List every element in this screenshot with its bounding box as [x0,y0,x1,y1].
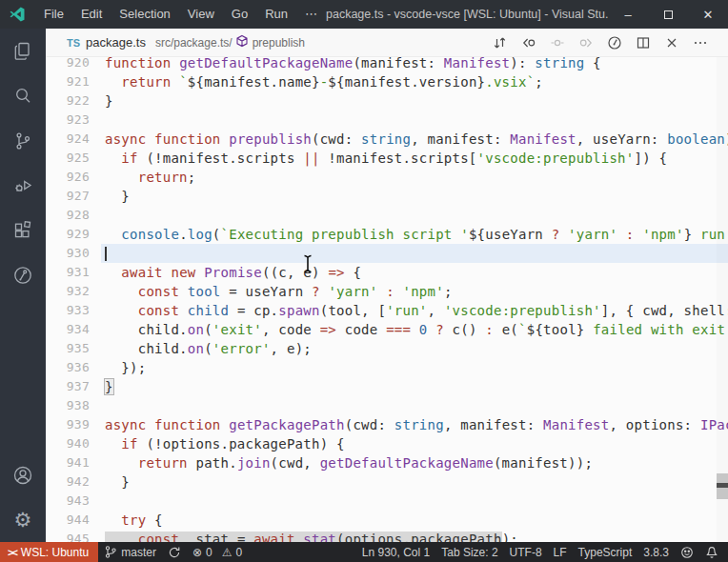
go-back-button[interactable] [515,30,543,55]
line-text[interactable]: return; [101,168,728,187]
tab-package-ts[interactable]: package.ts [86,35,146,50]
activity-extensions[interactable] [0,208,46,252]
line-text[interactable]: } [101,187,728,206]
line-text[interactable] [101,206,728,225]
line-text[interactable] [101,396,728,415]
eol-item[interactable]: LF [548,542,573,562]
run-code-button[interactable] [600,30,629,55]
activity-accounts[interactable] [0,452,46,497]
line-number[interactable]: 941 [46,453,101,472]
line-number[interactable]: 929 [46,225,101,244]
problems-item[interactable]: ⊗ 0 ⚠ 0 [187,542,248,562]
notifications-button[interactable] [699,542,724,562]
line-text[interactable]: }); [101,358,728,377]
line-text[interactable]: } [101,91,728,110]
open-changes-button[interactable] [486,30,515,55]
line-text[interactable] [101,492,728,511]
line-number[interactable]: 930 [46,244,101,263]
line-number[interactable]: 937 [46,377,101,396]
line-number[interactable]: 928 [46,206,101,225]
line-number[interactable]: 921 [46,72,101,91]
window-controls: – ✕ [608,0,728,29]
line-number[interactable]: 932 [46,282,101,301]
close-editor-icon [664,35,679,50]
line-text[interactable]: async function prepublish(cwd: string, m… [101,130,728,149]
line-number[interactable]: 938 [46,396,101,415]
remote-indicator[interactable]: >< WSL: Ubuntu [0,542,98,562]
menu-run[interactable]: Run [256,0,296,29]
line-number[interactable]: 927 [46,187,101,206]
line-text[interactable]: } [101,377,728,396]
close-editor-button[interactable] [657,30,686,55]
language-mode-item[interactable]: TypeScript [573,542,638,562]
line-text[interactable]: try { [101,511,728,530]
menu-more[interactable]: ⋯ [296,0,326,29]
line-number[interactable]: 925 [46,149,101,168]
line-number[interactable]: 943 [46,492,101,511]
breadcrumb-path[interactable]: src/package.ts/ [155,36,233,50]
line-text[interactable]: const _stat = await stat(options.package… [101,530,728,542]
line-number[interactable]: 940 [46,434,101,453]
line-number[interactable]: 942 [46,472,101,492]
line-text[interactable]: await new Promise((c, e) => { [101,263,728,282]
remote-icon: >< [8,546,16,557]
feedback-button[interactable] [675,542,699,562]
line-number[interactable]: 920 [46,57,101,72]
line-number[interactable]: 944 [46,511,101,530]
line-number[interactable]: 922 [46,91,101,110]
line-number[interactable]: 933 [46,301,101,320]
menu-go[interactable]: Go [223,0,256,29]
typescript-version-item[interactable]: 3.8.3 [637,542,675,562]
indentation-item[interactable]: Tab Size: 2 [435,542,503,562]
code-line-925: 925 if (!manifest.scripts || !manifest.s… [46,149,728,168]
sync-changes-button[interactable] [162,542,187,562]
line-text[interactable] [101,244,728,263]
line-text[interactable]: child.on('exit', code => code === 0 ? c(… [101,320,728,339]
line-number[interactable]: 935 [46,339,101,358]
menu-view[interactable]: View [179,0,223,29]
activity-run-and-debug[interactable] [0,163,46,208]
minimize-button[interactable]: – [608,0,648,29]
activity-remote-explorer[interactable] [0,252,46,297]
cursor-position-item[interactable]: Ln 930, Col 1 [356,542,435,562]
close-button[interactable]: ✕ [688,0,728,29]
maximize-button[interactable] [648,0,688,29]
line-text[interactable]: child.on('error', e); [101,339,728,358]
line-text[interactable] [101,110,728,130]
split-editor-icon [636,35,651,50]
line-number[interactable]: 934 [46,320,101,339]
activity-search[interactable] [0,73,46,118]
line-text[interactable]: if (!manifest.scripts || !manifest.scrip… [101,149,728,168]
line-number[interactable]: 931 [46,263,101,282]
line-text[interactable]: function getDefaultPackageName(manifest:… [101,57,728,72]
line-number[interactable]: 924 [46,130,101,149]
split-editor-button[interactable] [629,30,657,55]
activity-settings[interactable]: ⚙ [0,497,46,542]
line-text[interactable]: const tool = useYarn ? 'yarn' : 'npm'; [101,282,728,301]
line-number[interactable]: 926 [46,168,101,187]
line-text[interactable]: return `${manifest.name}-${manifest.vers… [101,72,728,91]
activity-source-control[interactable] [0,118,46,163]
line-number[interactable]: 936 [46,358,101,377]
line-number[interactable]: 939 [46,415,101,434]
line-text[interactable]: return path.join(cwd, getDefaultPackageN… [101,453,728,472]
menu-file[interactable]: File [35,0,72,29]
more-actions-button[interactable] [686,30,715,55]
line-number[interactable]: 923 [46,110,101,130]
encoding-item[interactable]: UTF-8 [504,542,548,562]
code-editor[interactable]: 920function getDefaultPackageName(manife… [46,57,728,542]
activity-explorer[interactable] [0,29,46,73]
git-branch-item[interactable]: master [98,542,162,562]
menu-selection[interactable]: Selection [111,0,178,29]
vertical-scrollbar[interactable] [717,57,728,542]
line-number[interactable]: 945 [46,530,101,542]
line-text[interactable]: async function getPackagePath(cwd: strin… [101,415,728,434]
line-text[interactable]: const child = cp.spawn(tool, ['run', 'vs… [101,301,728,320]
line-text[interactable]: } [101,472,728,492]
line-text[interactable]: if (!options.packagePath) { [101,434,728,453]
breadcrumb-symbol[interactable]: prepublish [253,36,305,50]
run-and-debug-icon [11,174,34,197]
code-line-940: 940 if (!options.packagePath) { [46,434,728,453]
line-text[interactable]: console.log(`Executing prepublish script… [101,225,728,244]
menu-edit[interactable]: Edit [72,0,111,29]
